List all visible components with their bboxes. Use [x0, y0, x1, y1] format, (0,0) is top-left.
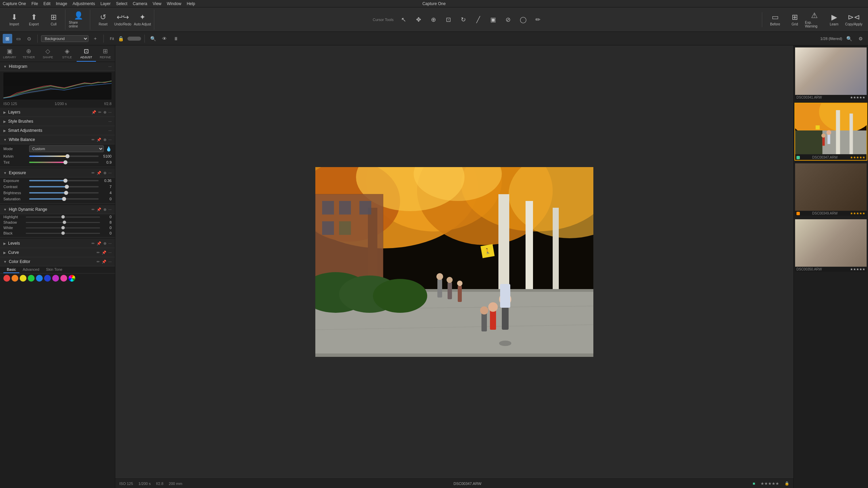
copypaste-button[interactable]: ⊳⊲ Copy/Apply	[844, 9, 863, 30]
cursor-straighten[interactable]: ╱	[472, 12, 485, 27]
search-button[interactable]: 🔍	[844, 34, 854, 43]
smart-adj-section-header[interactable]: ▶ Smart Adjustments ···	[0, 126, 115, 135]
color-editor-edit[interactable]: ✏	[97, 260, 100, 264]
color-editor-more[interactable]: ···	[108, 260, 112, 264]
autoadjust-button[interactable]: ✦ Auto Adjust	[133, 9, 152, 30]
swatch-green[interactable]	[28, 275, 35, 282]
add-layer-button[interactable]: ＋	[91, 34, 100, 43]
focus-button[interactable]: 👁	[160, 34, 169, 43]
layer-dropdown[interactable]: Background	[41, 35, 88, 42]
wb-pin[interactable]: 📌	[97, 138, 101, 142]
menu-file[interactable]: File	[32, 1, 38, 6]
brightness-thumb[interactable]	[64, 191, 68, 195]
levels-section-header[interactable]: ▶ Levels ✏ 📌 ⊕ ···	[0, 239, 115, 248]
exposure-more[interactable]: ···	[108, 171, 112, 175]
share-button[interactable]: 👤 Share online	[69, 9, 88, 30]
tint-slider[interactable]	[29, 162, 99, 163]
tab-refine[interactable]: ⊞ REFINE	[96, 45, 115, 62]
exposure-edit[interactable]: ✏	[92, 171, 95, 175]
learn-button[interactable]: ▶ Learn	[825, 9, 844, 30]
hdr-pin[interactable]: 📌	[97, 207, 101, 212]
thumbnail-1[interactable]: DSC00341.ARW ★★★★★	[794, 47, 867, 101]
cursor-mask[interactable]: ⊘	[501, 12, 515, 27]
curve-pin[interactable]: 📌	[102, 250, 106, 255]
wb-copy[interactable]: ⊕	[103, 138, 106, 142]
thumbnail-4[interactable]: DSC00350.ARW ★★★★★	[794, 219, 867, 272]
histogram-section-header[interactable]: ▼ Histogram ···	[0, 62, 115, 71]
curve-edit[interactable]: ✏	[97, 250, 100, 255]
white-slider[interactable]	[26, 227, 100, 228]
menu-image[interactable]: Image	[56, 1, 67, 6]
view-filmstrip[interactable]: ⊞	[3, 34, 12, 43]
undoredo-button[interactable]: ↩↪ Undo/Redo	[113, 9, 132, 30]
brightness-slider[interactable]	[29, 192, 99, 194]
hdr-edit[interactable]: ✏	[92, 207, 95, 212]
curve-more[interactable]: ···	[108, 250, 112, 255]
tab-adjust[interactable]: ⊡ ADJUST	[77, 45, 96, 62]
tab-tether[interactable]: ⊕ TETHER	[19, 45, 39, 62]
histogram-more[interactable]: ···	[108, 64, 112, 68]
menu-select[interactable]: Select	[116, 1, 127, 6]
import-button[interactable]: ⬇ Import	[5, 9, 24, 30]
style-brushes-more[interactable]: ···	[108, 119, 112, 123]
fit-lock[interactable]: 🔒	[116, 34, 125, 43]
exposure-thumb[interactable]	[63, 179, 67, 183]
exposure-section-header[interactable]: ▼ Exposure ✏ 📌 ⊕ ···	[0, 168, 115, 178]
layers-more[interactable]: ···	[108, 110, 112, 115]
layers-copy[interactable]: ⊕	[103, 110, 106, 115]
style-brushes-section-header[interactable]: ▶ Style Brushes ···	[0, 117, 115, 126]
menu-window[interactable]: Window	[167, 1, 181, 6]
highlight-slider[interactable]	[26, 217, 100, 218]
thumbnail-3[interactable]: DSC00349.ARW ★★★★★	[794, 163, 867, 217]
black-thumb[interactable]	[61, 231, 65, 235]
hdr-copy[interactable]: ⊕	[103, 207, 106, 212]
color-editor-section-header[interactable]: ▼ Color Editor ✏ 📌 ···	[0, 257, 115, 266]
view-tethered[interactable]: ⊙	[24, 34, 34, 43]
thumbnail-2[interactable]: DSC00347.ARW ★★★★★	[794, 103, 867, 161]
menu-edit[interactable]: Edit	[43, 1, 51, 6]
color-tab-advanced[interactable]: Advanced	[19, 266, 43, 273]
exposure-slider[interactable]	[29, 180, 99, 181]
export-button[interactable]: ⬆ Export	[24, 9, 43, 30]
color-tab-skintone[interactable]: Skin Tone	[43, 266, 66, 273]
tab-shape[interactable]: ◇ SHAPE	[38, 45, 58, 62]
contrast-thumb[interactable]	[65, 185, 69, 189]
view-single[interactable]: ▭	[14, 34, 23, 43]
reset-button[interactable]: ↺ Reset	[94, 9, 113, 30]
layers-pin[interactable]: 📌	[92, 110, 96, 115]
swatch-blue[interactable]	[36, 275, 43, 282]
menu-capture-one[interactable]: Capture One	[3, 1, 26, 6]
color-tab-basic[interactable]: Basic	[3, 266, 19, 273]
settings-button[interactable]: ⚙	[856, 34, 865, 43]
before-button[interactable]: ▭ Before	[766, 9, 785, 30]
saturation-slider[interactable]	[29, 198, 99, 200]
white-thumb[interactable]	[61, 226, 65, 229]
swatch-pink[interactable]	[60, 275, 67, 282]
hdr-section-header[interactable]: ▼ High Dynamic Range ✏ 📌 ⊕ ···	[0, 205, 115, 214]
wb-edit[interactable]: ✏	[92, 138, 95, 142]
menu-layer[interactable]: Layer	[100, 1, 111, 6]
zoom-in-button[interactable]: 🔍	[148, 34, 158, 43]
tab-style[interactable]: ◈ STYLE	[58, 45, 77, 62]
wb-mode-select[interactable]: Custom	[29, 145, 104, 152]
cursor-heal[interactable]: ◯	[516, 12, 530, 27]
cursor-select[interactable]: ↖	[397, 12, 411, 27]
wb-eyedropper[interactable]: 💧	[106, 146, 112, 151]
swatch-navy[interactable]	[44, 275, 51, 282]
cull-button[interactable]: ⊞ Cull	[44, 9, 63, 30]
cursor-brush[interactable]: ✏	[531, 12, 545, 27]
saturation-thumb[interactable]	[62, 197, 66, 201]
curve-section-header[interactable]: ▶ Curve ✏ 📌 ···	[0, 248, 115, 257]
menu-adjustments[interactable]: Adjustments	[73, 1, 95, 6]
black-slider[interactable]	[26, 233, 100, 234]
wb-more[interactable]: ···	[108, 138, 112, 142]
swatch-orange[interactable]	[12, 275, 18, 282]
layers-edit[interactable]: ✏	[98, 110, 101, 115]
cursor-transform[interactable]: ⊡	[442, 12, 455, 27]
levels-edit[interactable]: ✏	[92, 241, 95, 246]
smart-adj-more[interactable]: ···	[108, 128, 112, 133]
zoom-slider[interactable]	[127, 37, 141, 41]
shadow-thumb[interactable]	[63, 221, 66, 224]
tint-thumb[interactable]	[63, 160, 67, 164]
swatch-yellow[interactable]	[20, 275, 26, 282]
